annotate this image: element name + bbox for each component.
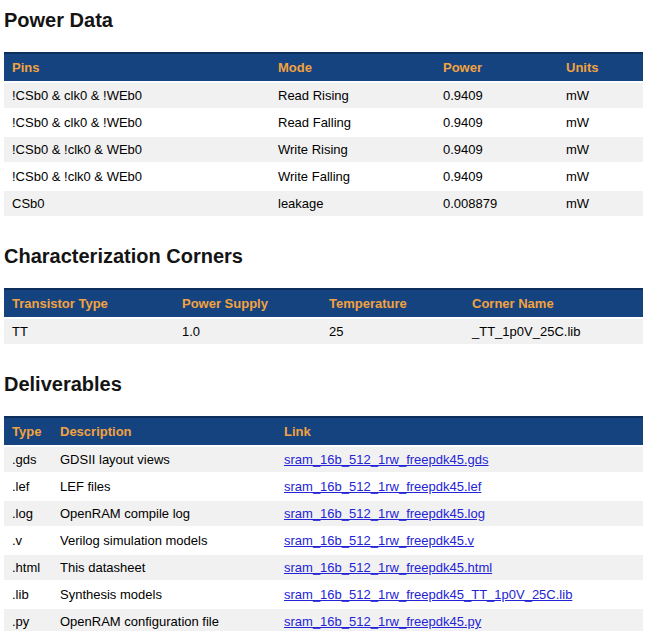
cell-description: This datasheet xyxy=(52,554,276,581)
cell-units: mW xyxy=(558,190,643,217)
cell-mode: Read Falling xyxy=(270,109,435,136)
cell-power-supply: 1.0 xyxy=(174,318,321,345)
section-title-deliverables: Deliverables xyxy=(4,372,643,396)
column-header-mode: Mode xyxy=(270,53,435,82)
table-row: .log OpenRAM compile log sram_16b_512_1r… xyxy=(4,500,643,527)
section-title-characterization-corners: Characterization Corners xyxy=(4,244,643,268)
deliverable-link-lib[interactable]: sram_16b_512_1rw_freepdk45_TT_1p0V_25C.l… xyxy=(284,587,572,602)
deliverables-table-header-row: Type Description Link xyxy=(4,417,643,446)
cell-power: 0.9409 xyxy=(435,109,558,136)
table-row: TT 1.0 25 _TT_1p0V_25C.lib xyxy=(4,318,643,345)
column-header-description: Description xyxy=(52,417,276,446)
column-header-transistor-type: Transistor Type xyxy=(4,289,174,318)
table-row: !CSb0 & clk0 & !WEb0 Read Falling 0.9409… xyxy=(4,109,643,136)
cell-description: LEF files xyxy=(52,473,276,500)
cell-power: 0.9409 xyxy=(435,82,558,109)
cell-power: 0.008879 xyxy=(435,190,558,217)
cell-description: Verilog simulation models xyxy=(52,527,276,554)
cell-description: Synthesis models xyxy=(52,581,276,608)
table-row: .gds GDSII layout views sram_16b_512_1rw… xyxy=(4,446,643,473)
cell-description: OpenRAM configuration file xyxy=(52,608,276,631)
cell-units: mW xyxy=(558,109,643,136)
deliverable-link-lef[interactable]: sram_16b_512_1rw_freepdk45.lef xyxy=(284,479,481,494)
deliverables-table: Type Description Link .gds GDSII layout … xyxy=(4,416,643,631)
datasheet-page: Power Data Pins Mode Power Units !CSb0 &… xyxy=(0,8,660,631)
table-row: !CSb0 & clk0 & !WEb0 Read Rising 0.9409 … xyxy=(4,82,643,109)
cell-pins: !CSb0 & !clk0 & WEb0 xyxy=(4,163,270,190)
cell-link: sram_16b_512_1rw_freepdk45.py xyxy=(276,608,643,631)
cell-pins: !CSb0 & clk0 & !WEb0 xyxy=(4,82,270,109)
deliverable-link-v[interactable]: sram_16b_512_1rw_freepdk45.v xyxy=(284,533,474,548)
cell-mode: Read Rising xyxy=(270,82,435,109)
deliverable-link-log[interactable]: sram_16b_512_1rw_freepdk45.log xyxy=(284,506,485,521)
cell-type: .lef xyxy=(4,473,52,500)
cell-description: OpenRAM compile log xyxy=(52,500,276,527)
cell-mode: Write Rising xyxy=(270,136,435,163)
cell-link: sram_16b_512_1rw_freepdk45.gds xyxy=(276,446,643,473)
deliverable-link-gds[interactable]: sram_16b_512_1rw_freepdk45.gds xyxy=(284,452,489,467)
cell-type: .lib xyxy=(4,581,52,608)
cell-power: 0.9409 xyxy=(435,163,558,190)
table-row: .v Verilog simulation models sram_16b_51… xyxy=(4,527,643,554)
column-header-link: Link xyxy=(276,417,643,446)
cell-type: .log xyxy=(4,500,52,527)
table-row: !CSb0 & !clk0 & WEb0 Write Falling 0.940… xyxy=(4,163,643,190)
cell-type: .html xyxy=(4,554,52,581)
table-row: CSb0 leakage 0.008879 mW xyxy=(4,190,643,217)
column-header-units: Units xyxy=(558,53,643,82)
cell-pins: CSb0 xyxy=(4,190,270,217)
cell-type: .v xyxy=(4,527,52,554)
characterization-corners-table: Transistor Type Power Supply Temperature… xyxy=(4,288,643,346)
power-data-table: Pins Mode Power Units !CSb0 & clk0 & !WE… xyxy=(4,52,643,218)
cell-link: sram_16b_512_1rw_freepdk45.lef xyxy=(276,473,643,500)
deliverable-link-html[interactable]: sram_16b_512_1rw_freepdk45.html xyxy=(284,560,492,575)
column-header-temperature: Temperature xyxy=(321,289,464,318)
table-row: .py OpenRAM configuration file sram_16b_… xyxy=(4,608,643,631)
table-row: !CSb0 & !clk0 & WEb0 Write Rising 0.9409… xyxy=(4,136,643,163)
cell-link: sram_16b_512_1rw_freepdk45_TT_1p0V_25C.l… xyxy=(276,581,643,608)
cell-units: mW xyxy=(558,82,643,109)
power-table-header-row: Pins Mode Power Units xyxy=(4,53,643,82)
cell-type: .gds xyxy=(4,446,52,473)
cell-type: .py xyxy=(4,608,52,631)
cell-temperature: 25 xyxy=(321,318,464,345)
cell-units: mW xyxy=(558,163,643,190)
column-header-corner-name: Corner Name xyxy=(464,289,643,318)
cell-mode: Write Falling xyxy=(270,163,435,190)
cell-units: mW xyxy=(558,136,643,163)
cell-mode: leakage xyxy=(270,190,435,217)
corners-table-header-row: Transistor Type Power Supply Temperature… xyxy=(4,289,643,318)
column-header-type: Type xyxy=(4,417,52,446)
cell-corner-name: _TT_1p0V_25C.lib xyxy=(464,318,643,345)
table-row: .html This datasheet sram_16b_512_1rw_fr… xyxy=(4,554,643,581)
cell-power: 0.9409 xyxy=(435,136,558,163)
column-header-pins: Pins xyxy=(4,53,270,82)
column-header-power-supply: Power Supply xyxy=(174,289,321,318)
cell-link: sram_16b_512_1rw_freepdk45.html xyxy=(276,554,643,581)
table-row: .lib Synthesis models sram_16b_512_1rw_f… xyxy=(4,581,643,608)
cell-transistor-type: TT xyxy=(4,318,174,345)
cell-description: GDSII layout views xyxy=(52,446,276,473)
cell-pins: !CSb0 & clk0 & !WEb0 xyxy=(4,109,270,136)
cell-pins: !CSb0 & !clk0 & WEb0 xyxy=(4,136,270,163)
cell-link: sram_16b_512_1rw_freepdk45.v xyxy=(276,527,643,554)
deliverable-link-py[interactable]: sram_16b_512_1rw_freepdk45.py xyxy=(284,614,481,629)
section-title-power-data: Power Data xyxy=(4,8,643,32)
table-row: .lef LEF files sram_16b_512_1rw_freepdk4… xyxy=(4,473,643,500)
column-header-power: Power xyxy=(435,53,558,82)
cell-link: sram_16b_512_1rw_freepdk45.log xyxy=(276,500,643,527)
